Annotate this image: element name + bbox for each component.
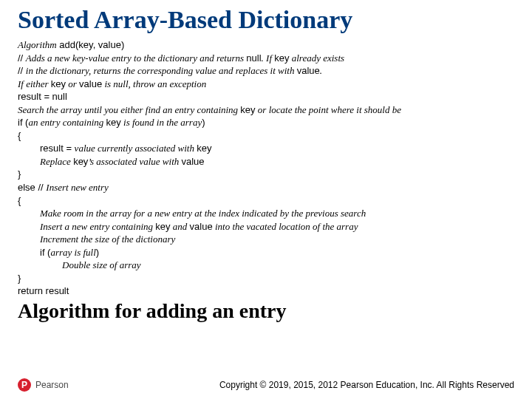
cm: // [18,65,26,76]
t: array is full [50,247,95,258]
t: ’s associated value with [88,156,181,167]
t: already exists [289,52,344,64]
pearson-name: Pearson [35,380,69,390]
t: or [66,78,79,89]
c: value [182,156,205,167]
c: key [51,78,66,89]
line-2: // Adds a new key-value entry to the dic… [18,52,514,65]
t: and [171,221,190,232]
line-19: } [18,272,514,285]
kw: return [18,285,43,296]
cm: // [35,182,46,193]
p: ) [202,117,205,128]
c: value [297,65,320,76]
line-12: else // Insert new entry [18,181,514,194]
t: Insert new entry [46,182,108,193]
c: value [79,78,102,89]
t: is found in the array [121,117,202,128]
c: value [190,221,213,232]
c: key [197,143,211,154]
sig: add(key, value) [57,39,125,50]
c: key [240,104,255,115]
t: Replace [40,156,73,167]
line-5: result = null [18,90,514,103]
t: value currently associated with [75,143,197,154]
line-15: Insert a new entry containing key and va… [18,220,514,233]
t: in the dictionary, returns the correspon… [26,65,297,76]
slide-title: Sorted Array-Based Dictionary [18,6,514,34]
line-14: Make room in the array for a new entry a… [18,207,514,220]
t: into the vacated location of the array [213,221,358,232]
line-13: { [18,194,514,208]
line-16: Increment the size of the dictionary [18,233,514,246]
line-8: { [18,129,514,143]
c: result = [40,143,75,154]
algorithm-block: Algorithm add(key, value) // Adds a new … [18,38,514,298]
slide-subtitle: Algorithm for adding an entry [18,299,514,323]
t: . If [262,52,275,64]
t: Insert a new entry containing [40,221,155,232]
c: null [246,52,261,64]
c: key [155,221,170,232]
slide: Sorted Array-Based Dictionary Algorithm … [0,0,532,399]
t: Search the array until you either find a… [18,104,240,115]
c: key [106,117,121,128]
t: If either [18,78,51,89]
line-18: Double size of array [18,259,514,272]
kw: else [18,182,35,193]
p: ) [96,247,99,258]
c: key [73,156,88,167]
t: or locate the point where it should be [256,104,401,115]
line-4: If either key or value is null, throw an… [18,78,514,91]
pearson-icon: P [18,378,31,392]
copyright-text: Copyright © 2019, 2015, 2012 Pearson Edu… [219,380,514,390]
line-11: } [18,168,514,181]
line-10: Replace key’s associated value with valu… [18,155,514,168]
line-7: if (an entry containing key is found in … [18,116,514,129]
kw-algorithm: Algorithm [18,39,57,50]
t: is null, throw an exception [102,78,206,89]
line-20: return result [18,284,514,298]
line-9: result = value currently associated with… [18,142,514,155]
pearson-logo: P Pearson [18,378,69,392]
t: . [320,65,322,76]
t: Adds a new key-value entry to the dictio… [26,52,246,64]
c: result [43,285,69,296]
c: key [274,52,289,64]
line-3: // in the dictionary, returns the corres… [18,64,514,78]
t: an entry containing [28,117,106,128]
cm: // [18,52,26,64]
line-6: Search the array until you either find a… [18,103,514,117]
line-17: if (array is full) [18,246,514,259]
footer: P Pearson Copyright © 2019, 2015, 2012 P… [18,378,514,392]
line-1: Algorithm add(key, value) [18,38,514,52]
